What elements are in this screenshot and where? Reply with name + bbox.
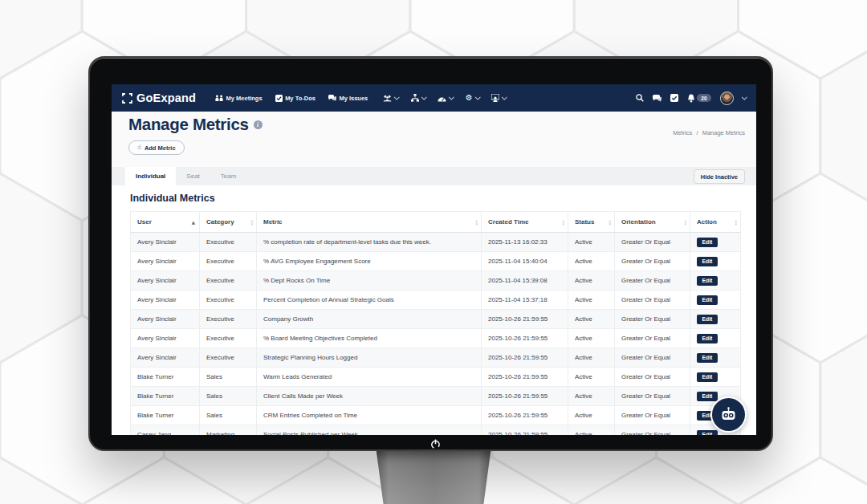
cell-metric: Warm Leads Generated: [257, 368, 482, 387]
cell-user: Avery Sinclair: [131, 252, 200, 271]
column-header-orientation[interactable]: Orientation ▴▾: [615, 212, 690, 233]
user-board-icon: [491, 94, 499, 102]
table-row: Avery SinclairExecutive% AVG Employee En…: [131, 252, 741, 271]
page-title: Manage Metrics: [128, 115, 249, 134]
edit-button[interactable]: Edit: [697, 334, 718, 343]
cell-action: Edit: [690, 271, 741, 291]
monitor-frame: GoExpand My Meetings My To-Dos: [88, 56, 773, 451]
nav-dropdown-org-chart[interactable]: [411, 94, 426, 102]
check-square-icon[interactable]: [670, 94, 678, 102]
cell-created: 2025-11-04 15:39:08: [482, 271, 568, 291]
edit-button[interactable]: Edit: [697, 430, 718, 436]
edit-button[interactable]: Edit: [697, 315, 718, 324]
chevron-down-icon: [502, 94, 507, 99]
edit-button[interactable]: Edit: [697, 257, 718, 266]
cell-category: Sales: [200, 387, 257, 406]
table-row: Casey JangMarketingSocial Posts Publishe…: [131, 425, 741, 436]
cell-status: Active: [568, 406, 615, 425]
cell-category: Marketing: [200, 425, 257, 436]
breadcrumb: Metrics / Manage Metrics: [673, 129, 745, 136]
app-screen: GoExpand My Meetings My To-Dos: [112, 84, 756, 435]
nav-dropdown-dashboard[interactable]: [438, 95, 454, 102]
cell-status: Active: [568, 233, 615, 252]
tab-seat[interactable]: Seat: [176, 167, 210, 185]
edit-button[interactable]: Edit: [697, 238, 718, 247]
nav-item-my-meetings[interactable]: My Meetings: [215, 95, 263, 102]
nav-item-my-todos[interactable]: My To-Dos: [275, 95, 315, 102]
table-row: Blake TurnerSalesWarm Leads Generated202…: [131, 368, 741, 387]
cell-action: Edit: [690, 310, 741, 329]
cell-created: 2025-11-13 16:02:33: [482, 233, 568, 252]
cell-category: Executive: [200, 291, 257, 310]
power-button[interactable]: [430, 439, 441, 449]
nav-dropdown-people[interactable]: [383, 95, 399, 102]
user-avatar[interactable]: [720, 91, 734, 105]
nav-item-my-issues[interactable]: My Issues: [328, 95, 368, 102]
sort-asc-icon: ▲: [192, 220, 195, 225]
org-chart-icon: [411, 94, 419, 102]
logo-brackets-icon: [122, 93, 132, 104]
cell-status: Active: [568, 252, 615, 271]
info-icon[interactable]: i: [254, 120, 263, 129]
cell-orientation: Greater Or Equal: [615, 291, 690, 310]
column-header-metric[interactable]: Metric ▴▾: [257, 212, 482, 233]
cell-category: Executive: [200, 310, 257, 329]
app-logo[interactable]: GoExpand: [122, 91, 196, 104]
cell-user: Avery Sinclair: [131, 348, 200, 368]
search-icon[interactable]: [636, 94, 644, 102]
cell-created: 2025-11-04 15:40:04: [482, 252, 568, 271]
metrics-panel: Individual Metrics User ▲ Category ▴▾: [112, 185, 756, 435]
tab-individual[interactable]: Individual: [125, 167, 176, 185]
cell-category: Sales: [200, 368, 257, 387]
cell-created: 2025-10-26 21:59:55: [482, 406, 568, 425]
cell-orientation: Greater Or Equal: [615, 310, 690, 329]
nav-dropdown-settings[interactable]: ⚙: [466, 94, 479, 102]
cell-metric: % completion rate of department-level ta…: [257, 233, 482, 252]
bell-icon: [687, 94, 695, 103]
column-header-created-time[interactable]: Created Time ▴▾: [482, 212, 568, 233]
cell-category: Executive: [200, 271, 257, 291]
tab-strip: Individual Seat Team: [112, 167, 756, 185]
column-header-user[interactable]: User ▲: [131, 212, 200, 233]
hide-inactive-button[interactable]: Hide Inactive: [694, 169, 745, 184]
cell-metric: Company Growth: [257, 310, 482, 329]
people-icon: [383, 95, 392, 102]
table-row: Avery SinclairExecutiveStrategic Plannin…: [131, 348, 741, 368]
column-header-category[interactable]: Category ▴▾: [200, 212, 257, 233]
table-row: Avery SinclairExecutiveCompany Growth202…: [131, 310, 741, 329]
section-title: Individual Metrics: [130, 193, 756, 204]
chevron-down-icon[interactable]: [742, 94, 747, 99]
cell-status: Active: [568, 425, 615, 436]
cell-orientation: Greater Or Equal: [615, 252, 690, 271]
cell-action: Edit: [690, 329, 741, 348]
edit-button[interactable]: Edit: [697, 353, 718, 363]
tab-team[interactable]: Team: [210, 167, 247, 185]
metrics-table: User ▲ Category ▴▾ Metric ▴▾ Created T: [130, 211, 741, 435]
cell-user: Blake Turner: [131, 387, 200, 406]
add-metric-button[interactable]: ☝ Add Metric: [128, 140, 185, 155]
edit-button[interactable]: Edit: [697, 276, 718, 286]
sort-icon: ▴▾: [684, 219, 686, 226]
cell-category: Executive: [200, 348, 257, 368]
cell-action: Edit: [690, 348, 741, 368]
cell-orientation: Greater Or Equal: [615, 387, 690, 406]
assistant-fab-button[interactable]: [710, 396, 747, 433]
cell-metric: % Board Meeting Objectives Completed: [257, 329, 482, 348]
cell-status: Active: [568, 271, 615, 291]
cell-user: Avery Sinclair: [131, 310, 200, 329]
edit-button[interactable]: Edit: [697, 295, 718, 305]
cell-orientation: Greater Or Equal: [615, 368, 690, 387]
edit-button[interactable]: Edit: [697, 372, 718, 382]
column-header-status[interactable]: Status ▴▾: [568, 212, 615, 233]
chat-bubble-icon[interactable]: [653, 95, 661, 102]
breadcrumb-item-metrics[interactable]: Metrics: [673, 129, 692, 136]
edit-button[interactable]: Edit: [697, 392, 718, 401]
notifications[interactable]: 20: [687, 94, 710, 103]
notification-count-badge: 20: [697, 94, 710, 102]
nav-dropdown-user-board[interactable]: [491, 94, 507, 102]
cell-user: Avery Sinclair: [131, 271, 200, 291]
chevron-down-icon: [475, 94, 480, 99]
column-header-action[interactable]: Action ▴▾: [690, 212, 741, 233]
page-title-row: Manage Metrics i: [128, 115, 263, 134]
cell-metric: Percent Completion of Annual Strategic G…: [257, 291, 482, 310]
